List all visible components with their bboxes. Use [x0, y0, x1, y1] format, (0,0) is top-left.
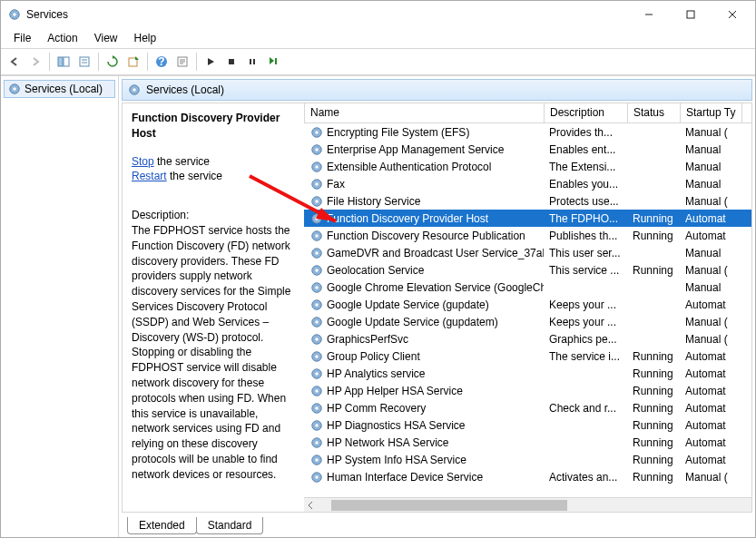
service-row[interactable]: GameDVR and Broadcast User Service_37ab4… — [304, 244, 751, 261]
cell-startup: Automat — [680, 367, 734, 380]
col-header-status[interactable]: Status — [628, 103, 681, 122]
left-tree-panel[interactable]: Services (Local) — [1, 76, 119, 537]
service-row[interactable]: Function Discovery Resource PublicationP… — [304, 227, 751, 244]
service-item-icon — [310, 333, 323, 346]
minimize-button[interactable] — [628, 1, 670, 28]
service-row[interactable]: Google Chrome Elevation Service (GoogleC… — [304, 279, 751, 296]
service-item-icon — [310, 367, 323, 380]
cell-name: HP Comm Recovery — [304, 402, 544, 415]
description-label: Description: — [132, 208, 295, 223]
service-row[interactable]: File History ServiceProtects use...Manua… — [304, 192, 751, 210]
scrollbar-thumb[interactable] — [331, 500, 567, 511]
service-name-text: HP App Helper HSA Service — [327, 385, 463, 397]
svg-point-47 — [315, 303, 319, 307]
svg-point-67 — [315, 475, 319, 479]
service-item-icon — [310, 402, 323, 415]
service-row[interactable]: HP System Info HSA ServiceRunningAutomat — [304, 451, 751, 468]
cell-name: HP Network HSA Service — [304, 436, 544, 449]
service-row[interactable]: HP Analytics serviceRunningAutomat — [304, 365, 751, 382]
panel-header: Services (Local) — [122, 79, 752, 101]
tree-node-services-local[interactable]: Services (Local) — [4, 80, 115, 98]
cell-description: Keeps your ... — [544, 316, 627, 328]
svg-rect-19 — [250, 59, 251, 64]
cell-startup: Manual ( — [680, 316, 734, 328]
export-button[interactable] — [123, 52, 143, 72]
main-body: Services (Local) Services (Local) Functi… — [1, 75, 755, 537]
start-service-button[interactable] — [201, 52, 221, 72]
service-row[interactable]: Function Discovery Provider HostThe FDPH… — [304, 210, 751, 227]
stop-link[interactable]: Stop — [132, 155, 154, 168]
service-name-text: Google Update Service (gupdatem) — [327, 316, 498, 328]
menu-view[interactable]: View — [87, 30, 125, 46]
cell-name: File History Service — [304, 195, 544, 208]
cell-startup: Manual — [680, 281, 734, 294]
svg-rect-20 — [253, 59, 255, 64]
service-row[interactable]: GraphicsPerfSvcGraphics pe...Manual ( — [304, 330, 751, 347]
cell-startup: Automat — [680, 436, 734, 449]
stop-service-button[interactable] — [221, 52, 241, 72]
service-row[interactable]: FaxEnables you...Manual — [304, 175, 751, 192]
service-row[interactable]: HP Comm RecoveryCheck and r...RunningAut… — [304, 399, 751, 416]
cell-description: This user ser... — [544, 247, 627, 259]
service-name-text: Function Discovery Provider Host — [327, 212, 488, 225]
service-name-text: GameDVR and Broadcast User Service_37ab4… — [327, 247, 544, 259]
menu-action[interactable]: Action — [40, 30, 84, 46]
service-row[interactable]: HP Diagnostics HSA ServiceRunningAutomat — [304, 416, 751, 434]
back-button[interactable] — [5, 52, 25, 72]
description-text: The FDPHOST service hosts the Function D… — [132, 223, 295, 483]
window-title: Services — [26, 8, 68, 21]
svg-text:?: ? — [158, 55, 164, 68]
properties-button[interactable] — [74, 52, 94, 72]
service-row[interactable]: Extensible Authentication ProtocolThe Ex… — [304, 158, 751, 175]
cell-startup: Manual — [680, 161, 734, 173]
service-row[interactable]: Google Update Service (gupdate)Keeps you… — [304, 296, 751, 313]
cell-name: Fax — [304, 178, 544, 191]
cell-description: The FDPHO... — [544, 212, 627, 225]
svg-point-45 — [315, 286, 319, 289]
scroll-left-icon[interactable] — [304, 499, 317, 512]
restart-service-button[interactable] — [263, 52, 283, 72]
service-item-icon — [310, 178, 323, 191]
refresh-button[interactable] — [103, 52, 123, 72]
panel-title: Services (Local) — [146, 83, 224, 96]
forward-button[interactable] — [25, 52, 45, 72]
restart-link[interactable]: Restart — [132, 170, 167, 182]
tab-standard[interactable]: Standard — [196, 517, 264, 534]
services-app-icon — [8, 8, 21, 21]
cell-name: Google Update Service (gupdatem) — [304, 316, 544, 328]
service-row[interactable]: HP App Helper HSA ServiceRunningAutomat — [304, 382, 751, 399]
svg-point-61 — [315, 424, 319, 427]
col-header-startup[interactable]: Startup Ty — [681, 103, 742, 122]
col-header-name[interactable]: Name — [305, 103, 545, 122]
service-row[interactable]: Google Update Service (gupdatem)Keeps yo… — [304, 313, 751, 330]
service-row[interactable]: Human Interface Device ServiceActivates … — [304, 468, 751, 485]
toolbar: ? — [1, 48, 755, 75]
pause-service-button[interactable] — [242, 52, 262, 72]
menu-file[interactable]: File — [6, 30, 38, 46]
svg-point-53 — [315, 355, 319, 358]
service-row[interactable]: Encrypting File System (EFS)Provides th.… — [304, 123, 751, 141]
help-button[interactable]: ? — [152, 52, 172, 72]
service-name-text: Human Interface Device Service — [327, 471, 483, 484]
svg-point-23 — [13, 87, 16, 91]
service-name-text: Enterprise App Management Service — [327, 143, 504, 156]
col-header-description[interactable]: Description — [545, 103, 628, 122]
service-row[interactable]: Group Policy ClientThe service i...Runni… — [304, 347, 751, 365]
maximize-button[interactable] — [670, 1, 712, 28]
cell-description: Keeps your ... — [544, 298, 627, 311]
service-name-text: GraphicsPerfSvc — [327, 333, 408, 346]
help-topics-button[interactable] — [172, 52, 192, 72]
services-tree-icon — [8, 83, 21, 95]
svg-rect-6 — [58, 57, 63, 66]
close-button[interactable] — [712, 1, 753, 28]
cell-startup: Manual ( — [680, 471, 734, 484]
service-row[interactable]: HP Network HSA ServiceRunningAutomat — [304, 434, 751, 451]
tab-extended[interactable]: Extended — [127, 517, 197, 534]
list-body[interactable]: Encrypting File System (EFS)Provides th.… — [304, 123, 751, 497]
menu-help[interactable]: Help — [127, 30, 164, 46]
service-row[interactable]: Enterprise App Management ServiceEnables… — [304, 141, 751, 158]
show-hide-tree-button[interactable] — [54, 52, 74, 72]
svg-point-57 — [315, 389, 319, 393]
horizontal-scrollbar[interactable] — [304, 497, 751, 512]
service-row[interactable]: Geolocation ServiceThis service ...Runni… — [304, 261, 751, 279]
